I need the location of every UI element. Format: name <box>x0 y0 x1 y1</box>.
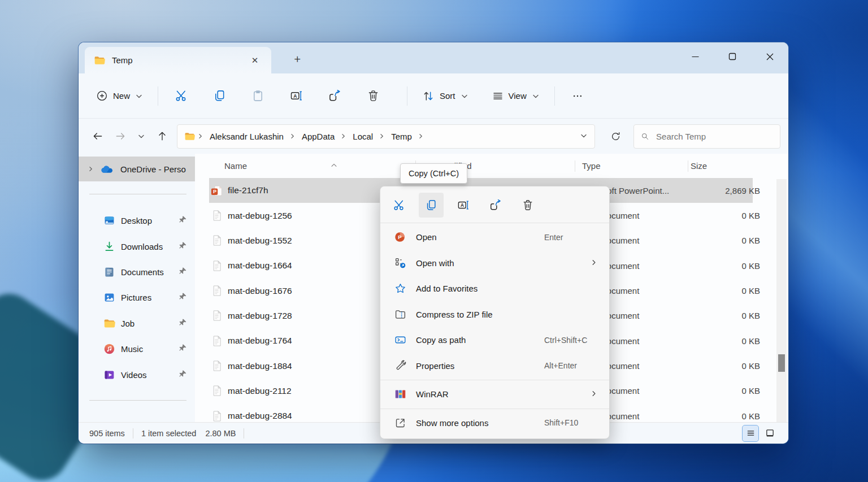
delete-icon <box>367 89 380 102</box>
sidebar-item-downloads[interactable]: Downloads <box>79 233 195 259</box>
breadcrumb-segment[interactable]: Aleksandr Lukashin <box>206 130 287 143</box>
copy-tooltip: Copy (Ctrl+C) <box>400 163 467 184</box>
new-button[interactable]: New <box>90 82 149 110</box>
zip-folder-icon <box>394 309 406 320</box>
tab-temp[interactable]: Temp ✕ <box>85 47 271 73</box>
folder-icon <box>184 131 195 142</box>
file-name: mat-debug-1764 <box>228 336 292 346</box>
sidebar-item-music[interactable]: Music <box>79 336 195 362</box>
document-file-icon <box>211 260 223 272</box>
file-name: file-21cf7h <box>228 185 268 196</box>
breadcrumb-segment[interactable]: AppData <box>298 130 338 143</box>
back-button[interactable] <box>86 125 109 147</box>
items-count: 905 items <box>89 429 125 438</box>
menu-item-open[interactable]: P Open Enter <box>383 224 606 250</box>
menu-item-label: Show more options <box>416 418 488 428</box>
sidebar-item-videos[interactable]: Videos <box>79 362 195 387</box>
menu-item-show-more-options[interactable]: Show more options Shift+F10 <box>383 410 606 436</box>
minimize-button[interactable] <box>682 42 708 71</box>
sidebar-item-documents[interactable]: Documents <box>79 259 195 285</box>
menu-shortcut: Ctrl+Shift+C <box>544 336 587 345</box>
sort-button[interactable]: Sort <box>416 82 474 110</box>
menu-item-copy-as-path[interactable]: Copy as path Ctrl+Shift+C <box>383 327 606 353</box>
list-scrollbar[interactable] <box>776 179 787 422</box>
recent-locations-button[interactable] <box>132 125 151 147</box>
document-file-icon <box>211 335 223 347</box>
share-button[interactable] <box>321 82 348 110</box>
close-button[interactable] <box>757 42 783 71</box>
new-tab-button[interactable]: ＋ <box>289 50 306 67</box>
file-name: mat-debug-1884 <box>228 361 292 371</box>
share-icon <box>489 199 502 211</box>
chevron-right-icon <box>88 166 94 172</box>
cut-button[interactable] <box>167 82 194 110</box>
delete-icon <box>522 199 534 211</box>
menu-item-properties[interactable]: Properties Alt+Enter <box>383 353 606 379</box>
sort-button-label: Sort <box>440 91 455 101</box>
copy-button[interactable] <box>206 82 233 110</box>
breadcrumb-chevron[interactable] <box>338 133 349 140</box>
sidebar-item-desktop[interactable]: Desktop <box>79 208 195 233</box>
star-icon <box>394 283 406 294</box>
forward-button[interactable] <box>109 125 132 147</box>
search-input[interactable] <box>656 132 773 141</box>
command-toolbar: New Sort View <box>79 73 788 119</box>
column-header-size[interactable]: Size <box>691 161 788 171</box>
menu-item-compress-to-zip[interactable]: Compress to ZIP file <box>383 302 606 328</box>
up-button[interactable] <box>151 125 173 147</box>
document-file-icon <box>211 210 223 222</box>
view-button[interactable]: View <box>487 82 545 110</box>
breadcrumb-segment[interactable]: Local <box>349 130 376 143</box>
breadcrumb-chevron[interactable] <box>195 133 206 140</box>
list-scrollbar-thumb[interactable] <box>778 354 785 372</box>
winrar-icon <box>394 388 406 400</box>
delete-button[interactable] <box>515 193 540 218</box>
paste-button[interactable] <box>244 82 271 110</box>
column-divider[interactable] <box>575 160 575 172</box>
more-options-button[interactable] <box>564 82 591 110</box>
cut-icon <box>393 199 405 211</box>
document-file-icon <box>211 310 223 322</box>
sidebar-item-onedrive[interactable]: OneDrive - Perso <box>79 157 195 181</box>
file-name: mat-debug-1728 <box>228 311 292 321</box>
breadcrumb[interactable]: Aleksandr Lukashin AppData Local Temp <box>177 124 595 149</box>
tab-close-icon[interactable]: ✕ <box>248 53 262 68</box>
sidebar-item-label: Desktop <box>121 216 152 225</box>
search-box[interactable] <box>633 124 780 149</box>
column-header-label: Type <box>582 161 601 171</box>
breadcrumb-segment[interactable]: Temp <box>388 130 415 143</box>
sidebar-item-pictures[interactable]: Pictures <box>79 285 195 310</box>
menu-item-open-with[interactable]: Open with <box>383 250 606 276</box>
details-view-toggle[interactable] <box>743 425 758 441</box>
copy-icon <box>213 89 226 102</box>
view-button-label: View <box>509 91 527 101</box>
menu-shortcut: Shift+F10 <box>544 418 578 427</box>
large-icons-view-toggle[interactable] <box>762 425 778 441</box>
share-button[interactable] <box>483 193 508 218</box>
address-dropdown-button[interactable] <box>580 132 588 141</box>
cut-button[interactable] <box>387 193 411 218</box>
rename-button[interactable] <box>451 193 476 218</box>
rename-button[interactable] <box>283 82 310 110</box>
maximize-button[interactable] <box>719 42 745 71</box>
menu-item-add-to-favorites[interactable]: Add to Favorites <box>383 276 606 302</box>
breadcrumb-chevron[interactable] <box>287 133 298 140</box>
sidebar-item-job[interactable]: Job <box>79 311 195 336</box>
column-header-name[interactable]: Name <box>195 161 419 171</box>
menu-item-winrar[interactable]: WinRAR <box>383 381 606 407</box>
column-header-type[interactable]: Type <box>582 161 691 171</box>
breadcrumb-chevron[interactable] <box>415 133 427 140</box>
sidebar-item-label: Pictures <box>121 293 151 302</box>
file-name: mat-debug-1552 <box>228 236 292 246</box>
document-file-icon <box>211 385 223 397</box>
delete-button[interactable] <box>359 82 387 110</box>
back-arrow-icon <box>92 131 103 142</box>
folder-icon <box>103 318 115 329</box>
column-divider[interactable] <box>688 160 688 172</box>
status-divider <box>244 428 244 438</box>
breadcrumb-chevron[interactable] <box>376 133 388 140</box>
toolbar-divider <box>158 86 158 106</box>
refresh-button[interactable] <box>605 126 626 146</box>
sidebar-item-label: OneDrive - Perso <box>120 164 186 174</box>
copy-button[interactable] <box>419 193 444 218</box>
